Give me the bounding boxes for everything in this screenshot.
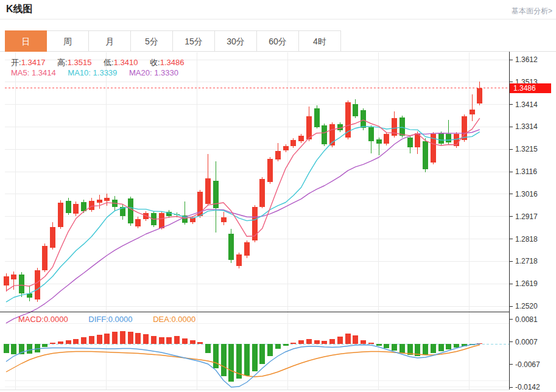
macd-axis-label: -0.0067 xyxy=(515,360,553,369)
price-axis-label: 1.3215 xyxy=(515,145,553,153)
price-axis-label: 1.3016 xyxy=(515,190,553,198)
price-axis-label: 1.3414 xyxy=(515,100,553,109)
ma5-value: 1.3414 xyxy=(32,68,56,77)
tab-5min[interactable]: 5分 xyxy=(131,30,173,52)
period-tabs: 日 周 月 5分 15分 30分 60分 4时 xyxy=(5,30,341,52)
price-axis-label: 1.2520 xyxy=(515,302,553,310)
tab-60min[interactable]: 60分 xyxy=(257,30,299,52)
price-axis-label: 1.2818 xyxy=(515,235,553,243)
ohlc-legend: 开:1.3417 高:1.3515 低:1.3410 收:1.3486 xyxy=(11,57,194,68)
dea-value: 0.0000 xyxy=(172,315,196,324)
fundamental-analysis-link[interactable]: 基本面分析> xyxy=(512,6,552,16)
price-axis-label: 1.3612 xyxy=(515,55,553,64)
macd-label: MACD: xyxy=(18,315,44,324)
dea-label: DEA: xyxy=(153,315,171,324)
macd-axis-label: 0.0007 xyxy=(515,338,553,346)
diff-value: 0.0000 xyxy=(108,315,133,324)
price-axis-label: 1.2917 xyxy=(515,212,553,221)
current-price-tag: 1.3486 xyxy=(510,83,551,93)
ma10-value: 1.3339 xyxy=(93,68,118,77)
ma20-value: 1.3330 xyxy=(154,68,178,77)
ma5-label: MA5: xyxy=(11,68,29,77)
macd-value: 0.0000 xyxy=(44,315,68,324)
tab-30min[interactable]: 30分 xyxy=(215,30,257,52)
diff-label: DIFF: xyxy=(88,315,108,324)
page-title: K线图 xyxy=(6,3,33,16)
macd-axis-label: -0.0142 xyxy=(515,383,553,391)
tab-month[interactable]: 月 xyxy=(89,30,131,52)
price-axis-label: 1.2619 xyxy=(515,279,553,288)
tab-15min[interactable]: 15分 xyxy=(173,30,215,52)
tab-4hour[interactable]: 4时 xyxy=(299,30,341,52)
price-axis-label: 1.2718 xyxy=(515,257,553,265)
ma10-label: MA10: xyxy=(68,68,91,77)
low-value: 1.3410 xyxy=(114,58,138,67)
tab-day[interactable]: 日 xyxy=(5,30,47,52)
open-value: 1.3417 xyxy=(21,58,46,67)
ma20-label: MA20: xyxy=(129,68,152,77)
price-axis-label: 1.3116 xyxy=(515,167,553,176)
high-label: 高: xyxy=(57,58,68,67)
price-axis-label: 1.3314 xyxy=(515,122,553,131)
high-value: 1.3515 xyxy=(68,58,92,67)
low-label: 低: xyxy=(104,58,114,67)
macd-axis-label: 0.0081 xyxy=(515,315,553,324)
close-value: 1.3486 xyxy=(160,58,185,67)
open-label: 开: xyxy=(11,58,21,67)
macd-legend: MACD:0.0000 DIFF:0.0000 DEA:0.0000 xyxy=(18,315,195,324)
ma-legend: MA5: 1.3414 MA10: 1.3339 MA20: 1.3330 xyxy=(11,68,188,77)
close-label: 收: xyxy=(150,58,160,67)
tab-week[interactable]: 周 xyxy=(47,30,89,52)
